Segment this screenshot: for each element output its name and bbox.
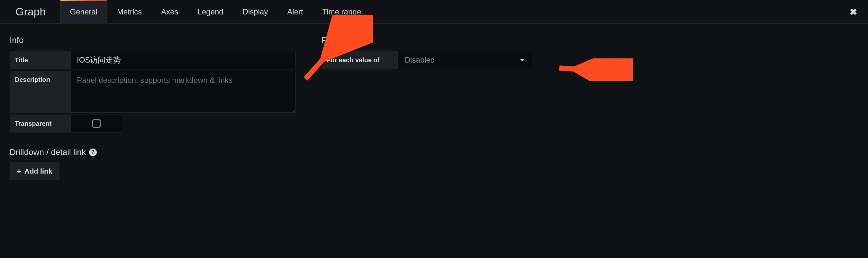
drilldown-heading: Drilldown / detail link ? [10,147,858,157]
annotation-arrow-icon [550,59,633,81]
row-for-each: For each value of Disabled [321,51,532,69]
tab-bar: Graph General Metrics Axes Legend Displa… [0,0,868,24]
info-heading: Info [10,35,296,45]
tab-list: General Metrics Axes Legend Display Aler… [60,0,371,24]
row-description: Description [10,71,296,113]
tab-axes[interactable]: Axes [151,0,188,24]
tab-legend[interactable]: Legend [188,0,233,24]
description-label: Description [10,71,71,113]
tab-general[interactable]: General [60,0,107,24]
tab-alert[interactable]: Alert [277,0,312,24]
repeat-heading: Repeat [321,35,532,45]
chevron-down-icon [520,59,524,61]
svg-line-1 [559,68,630,73]
help-icon[interactable]: ? [89,149,97,156]
panel-type-title: Graph [16,0,60,24]
for-each-label: For each value of [321,51,397,69]
title-input[interactable] [71,51,296,69]
for-each-value: Disabled [405,56,435,65]
add-link-button[interactable]: + Add link [10,162,60,180]
plus-icon: + [17,167,21,176]
transparent-checkbox-cell [71,115,122,133]
section-drilldown: Drilldown / detail link ? + Add link [0,147,868,193]
tab-time-range[interactable]: Time range [313,0,371,24]
title-label: Title [10,51,71,69]
add-link-label: Add link [25,167,53,176]
section-repeat: Repeat For each value of Disabled [321,35,532,135]
close-icon[interactable]: ✖ [850,6,857,17]
row-transparent: Transparent [10,115,296,133]
row-title: Title [10,51,296,69]
tab-display[interactable]: Display [233,0,278,24]
drilldown-heading-text: Drilldown / detail link [10,147,86,157]
section-info: Info Title Description Transparent [10,35,296,135]
tab-metrics[interactable]: Metrics [107,0,151,24]
description-input[interactable] [71,71,296,113]
for-each-select[interactable]: Disabled [397,51,532,69]
content: Info Title Description Transparent Repea… [0,24,868,147]
transparent-checkbox[interactable] [92,119,101,128]
transparent-label: Transparent [10,115,71,133]
